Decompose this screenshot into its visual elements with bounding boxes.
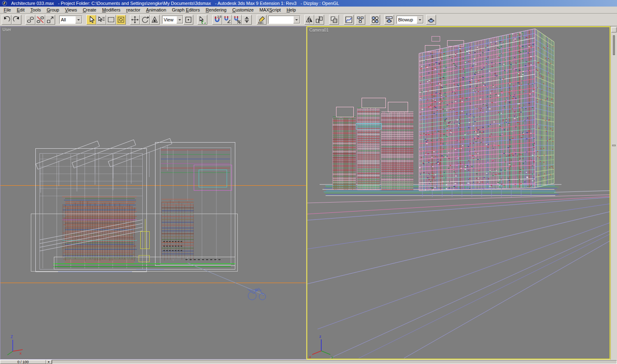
menu-customize[interactable]: Customize	[230, 7, 257, 13]
spinner-snap-toggle-button[interactable]	[242, 15, 252, 25]
next-frame-button[interactable]	[46, 360, 52, 364]
menu-reactor[interactable]: reactor	[123, 7, 143, 13]
spinner-snap-icon	[243, 16, 251, 24]
rotate-icon	[141, 16, 149, 24]
menu-help[interactable]: Help	[284, 7, 299, 13]
render-type-dropdown-arrow-icon[interactable]	[417, 16, 423, 23]
region-rect-icon	[107, 16, 115, 24]
use-pivot-point-center-button[interactable]	[183, 15, 193, 25]
redo-icon	[12, 16, 21, 24]
reference-coordinate-system-dropdown-arrow-icon[interactable]	[176, 16, 183, 23]
reference-coordinate-system-dropdown[interactable]: View	[162, 16, 183, 24]
selection-filter-dropdown[interactable]: All	[59, 16, 82, 24]
named-selection-sets-dropdown-arrow-icon[interactable]	[293, 16, 300, 23]
select-by-name-icon	[97, 16, 105, 24]
percent-snap-toggle-button[interactable]	[232, 15, 242, 25]
menu-rendering[interactable]: Rendering	[203, 7, 230, 13]
panel-strip-handle[interactable]	[612, 145, 616, 146]
layer-manager-button[interactable]	[329, 15, 339, 25]
select-and-manipulate-button[interactable]	[197, 15, 207, 25]
schematic-view-button[interactable]	[355, 15, 365, 25]
rectangular-selection-region-button[interactable]	[106, 15, 116, 25]
select-arrow-icon	[87, 16, 95, 24]
user-viewport[interactable]: User	[0, 26, 306, 359]
render-type-dropdown[interactable]: Blowup	[397, 16, 424, 24]
menu-maxscript[interactable]: MAXScript	[257, 7, 284, 13]
window-crossing-icon	[117, 16, 125, 24]
align-icon	[315, 16, 323, 24]
camera-viewport-label[interactable]: Camera01	[309, 28, 329, 32]
select-and-move-button[interactable]	[130, 15, 140, 25]
unlink-icon	[36, 16, 44, 24]
curve-editor-icon	[345, 16, 353, 24]
schematic-icon	[356, 16, 364, 24]
menu-tools[interactable]: Tools	[28, 7, 44, 13]
selection-filter-dropdown-arrow-icon[interactable]	[75, 16, 82, 23]
time-slider-track[interactable]	[52, 360, 617, 364]
quick-render-button[interactable]	[426, 15, 436, 25]
menubar: FileEditToolsGroupViewsCreateModifiersre…	[0, 7, 617, 14]
mirror-button[interactable]	[304, 15, 314, 25]
menu-file[interactable]: File	[1, 7, 14, 13]
user-viewport-canvas[interactable]	[0, 27, 306, 359]
app-logo-icon	[2, 1, 7, 6]
mirror-icon	[305, 16, 313, 24]
manipulate-icon	[198, 16, 206, 24]
snap-toggle-button[interactable]: 2.5	[212, 15, 222, 25]
align-button[interactable]	[314, 15, 324, 25]
menu-modifiers[interactable]: Modifiers	[99, 7, 123, 13]
camera-viewport-canvas[interactable]	[307, 27, 610, 359]
material-editor-button[interactable]	[370, 15, 380, 25]
menu-edit[interactable]: Edit	[14, 7, 28, 13]
window-title: Architecture 033.max	[11, 1, 54, 6]
select-object-button[interactable]	[86, 15, 96, 25]
link-icon	[26, 16, 35, 24]
layers-icon	[330, 16, 338, 24]
named-selection-sets-dropdown[interactable]	[268, 16, 300, 24]
select-and-scale-button[interactable]	[150, 15, 160, 25]
teapot-icon	[427, 16, 435, 24]
edit-named-selection-sets-button-badge: ABC	[257, 21, 264, 24]
render-scene-icon	[385, 16, 393, 24]
frame-indicator: 0 / 100	[17, 360, 29, 364]
panel-strip-button[interactable]	[611, 27, 617, 32]
menu-group[interactable]: Group	[44, 7, 62, 13]
window-crossing-toggle[interactable]	[116, 15, 126, 25]
angle-snap-toggle-button[interactable]	[222, 15, 232, 25]
magnet-angle-icon	[223, 16, 231, 24]
command-panel-strip	[610, 26, 617, 359]
camera-viewport[interactable]: Camera01	[306, 26, 610, 359]
titlebar: Architecture 033.max - Project Folder: C…	[0, 0, 617, 7]
undo-icon	[2, 16, 11, 24]
redo-button[interactable]	[12, 15, 21, 25]
edit-named-selection-sets-button[interactable]: ABC	[257, 15, 267, 25]
select-and-rotate-button[interactable]	[140, 15, 150, 25]
menu-graph-editors[interactable]: Graph Editors	[169, 7, 203, 13]
unlink-selection-button[interactable]	[35, 15, 45, 25]
reference-coordinate-system-dropdown-value: View	[162, 16, 176, 23]
app-version-text: - Autodesk 3ds Max 9 Extension 1: Rev3	[215, 1, 297, 6]
menu-create[interactable]: Create	[80, 7, 99, 13]
main-toolbar: AllView2.5ABCBlowup	[0, 14, 617, 26]
bind-to-space-warp-button[interactable]	[45, 15, 55, 25]
named-selection-sets-dropdown-value	[269, 16, 293, 23]
time-slider-handle[interactable]: 0 / 100	[0, 360, 46, 364]
curve-editor-button[interactable]	[344, 15, 354, 25]
viewport-area: User Camera01	[0, 26, 617, 359]
selection-filter-dropdown-value: All	[60, 16, 75, 23]
time-slider-bar: 0 / 100	[0, 359, 617, 364]
menu-views[interactable]: Views	[62, 7, 80, 13]
panel-strip-scrollbar[interactable]	[613, 35, 615, 55]
menu-animation[interactable]: Animation	[143, 7, 169, 13]
magnet-percent-icon	[233, 16, 241, 24]
move-icon	[131, 16, 139, 24]
pivot-center-icon	[184, 16, 193, 24]
scale-icon	[151, 16, 159, 24]
select-by-name-button[interactable]	[96, 15, 106, 25]
material-icon	[371, 16, 379, 24]
snap-toggle-button-badge: 2.5	[217, 15, 222, 18]
user-viewport-label[interactable]: User	[2, 28, 11, 32]
undo-button[interactable]	[2, 15, 12, 25]
render-scene-button[interactable]	[384, 15, 394, 25]
select-and-link-button[interactable]	[26, 15, 35, 25]
